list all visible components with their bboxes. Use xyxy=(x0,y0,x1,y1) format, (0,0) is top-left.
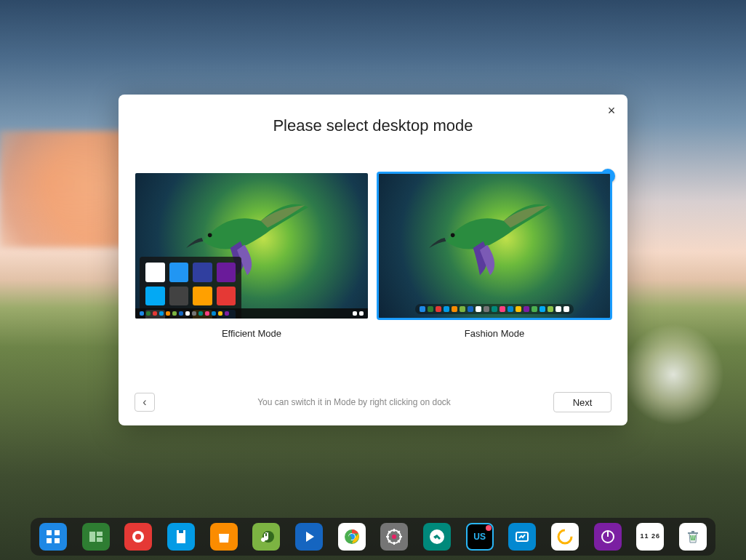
close-button[interactable]: × xyxy=(604,103,619,118)
datetime-label: 11 26 xyxy=(640,533,660,540)
store-icon xyxy=(215,528,233,545)
svg-rect-8 xyxy=(97,537,103,542)
option-fashion-mode[interactable]: Fashion Mode xyxy=(378,173,611,339)
folder-icon xyxy=(172,528,190,545)
dock-screenshot[interactable] xyxy=(508,523,536,551)
sun-glow xyxy=(622,324,724,425)
dock-screen-recorder[interactable] xyxy=(124,523,152,551)
dock-keyboard-layout[interactable]: US xyxy=(466,523,494,551)
power-icon xyxy=(599,528,617,545)
dock: US 11 26 xyxy=(31,518,715,556)
dialog-title: Please select desktop mode xyxy=(119,116,627,135)
svg-rect-6 xyxy=(89,532,95,542)
svg-rect-2 xyxy=(47,530,52,535)
mode-selector-dialog: × Please select desktop mode xyxy=(119,95,627,425)
screenshot-icon xyxy=(513,528,531,545)
efficient-mode-preview xyxy=(135,173,368,319)
spinner-icon xyxy=(556,528,574,545)
dock-multitask[interactable] xyxy=(82,523,110,551)
svg-rect-5 xyxy=(55,538,60,543)
multitask-icon xyxy=(87,528,105,545)
launcher-icon xyxy=(44,528,62,545)
trash-icon xyxy=(684,528,702,545)
dock-power[interactable] xyxy=(594,523,622,551)
mode-options: Efficient Mode xyxy=(119,173,627,339)
dock-browser[interactable] xyxy=(338,523,366,551)
svg-point-10 xyxy=(135,534,141,540)
chrome-icon xyxy=(343,528,361,545)
svg-point-20 xyxy=(558,530,571,543)
back-button[interactable]: ‹ xyxy=(135,393,155,412)
svg-rect-3 xyxy=(55,530,60,535)
dock-file-manager[interactable] xyxy=(167,523,195,551)
efficient-taskbar-preview xyxy=(135,308,368,319)
notification-badge-icon xyxy=(486,525,492,531)
svg-point-17 xyxy=(392,535,396,539)
dock-video-player[interactable] xyxy=(295,523,323,551)
next-button[interactable]: Next xyxy=(553,392,611,412)
svg-point-0 xyxy=(207,233,212,238)
dock-app-store[interactable] xyxy=(210,523,238,551)
svg-rect-4 xyxy=(47,538,52,543)
close-icon: × xyxy=(608,103,616,119)
keyboard-layout-label: US xyxy=(473,532,486,542)
hummingbird-icon xyxy=(421,183,559,288)
option-efficient-mode[interactable]: Efficient Mode xyxy=(135,173,368,339)
svg-rect-11 xyxy=(179,530,183,533)
music-icon xyxy=(257,528,275,545)
chevron-left-icon: ‹ xyxy=(143,396,146,409)
handshake-icon xyxy=(428,528,446,545)
svg-point-1 xyxy=(450,233,454,238)
dock-control-center[interactable] xyxy=(380,523,408,551)
fashion-mode-preview xyxy=(378,173,611,319)
hint-text: You can switch it in Mode by right click… xyxy=(155,397,553,407)
desktop-wallpaper: × Please select desktop mode xyxy=(0,0,746,560)
gear-icon xyxy=(385,528,403,545)
dock-datetime[interactable]: 11 26 xyxy=(636,523,664,551)
play-icon xyxy=(300,528,318,545)
record-icon xyxy=(129,528,147,545)
dock-system-monitor[interactable] xyxy=(551,523,579,551)
dock-remote-assistance[interactable] xyxy=(423,523,451,551)
dialog-footer: ‹ You can switch it in Mode by right cli… xyxy=(119,380,627,425)
efficient-mode-label: Efficient Mode xyxy=(222,328,281,339)
dock-music[interactable] xyxy=(252,523,280,551)
dock-trash[interactable] xyxy=(679,523,707,551)
dock-launcher[interactable] xyxy=(39,523,67,551)
svg-rect-7 xyxy=(97,532,103,536)
next-button-label: Next xyxy=(573,397,593,408)
fashion-mode-label: Fashion Mode xyxy=(465,328,524,339)
fashion-dock-preview xyxy=(415,304,574,314)
